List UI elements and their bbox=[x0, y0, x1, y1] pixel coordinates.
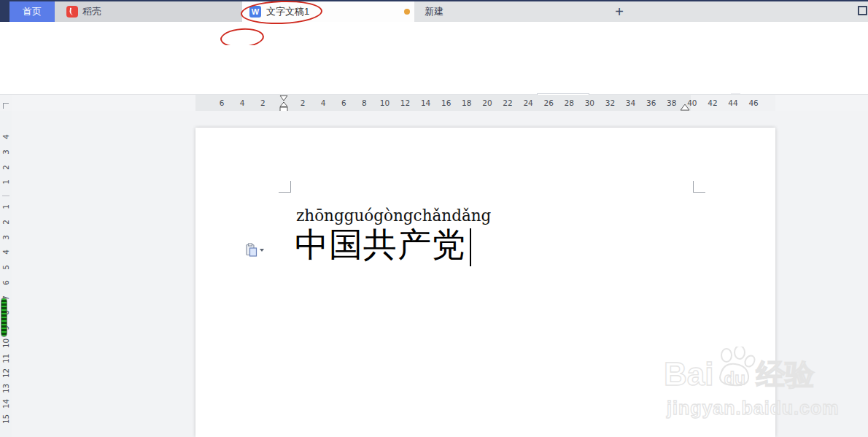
ruler-tick-label: 46 bbox=[743, 95, 764, 111]
ruler-tick-label: 24 bbox=[518, 95, 538, 111]
ruler-left-numbers: 642 bbox=[212, 95, 273, 111]
ruler-tick-label: 34 bbox=[621, 95, 641, 111]
ruler-tick-label: 12 bbox=[395, 95, 415, 111]
ribbon-toolbar: 粘贴 剪切 复制 格式刷 bbox=[0, 45, 868, 95]
margin-corner-mark-right bbox=[693, 181, 705, 193]
ruler-tick-label: 14 bbox=[416, 95, 436, 111]
tab-docer-label: 稻壳 bbox=[82, 5, 101, 18]
ruler-tick-label: 20 bbox=[477, 95, 497, 111]
horizontal-ruler[interactable]: 642 246810121416182022242628303234363840… bbox=[12, 95, 868, 111]
ruler-tick-label: 36 bbox=[641, 95, 662, 111]
window-top-edge bbox=[0, 0, 868, 1]
ruler-tick-label: 32 bbox=[600, 95, 620, 111]
document-text[interactable]: 中国共产党 bbox=[295, 223, 466, 268]
watermark-brand-right: du bbox=[724, 368, 745, 389]
ruler-main-numbers: 2468101214161820222426283032343638404244… bbox=[292, 95, 764, 111]
ruler-tick-label: 4 bbox=[232, 95, 252, 111]
ruler-tick-label: 8 bbox=[354, 95, 374, 111]
ruler-tick-label: 10 bbox=[374, 95, 395, 111]
document-page[interactable]: zhōngguógòngchǎndǎng 中国共产党 Bai du 经验 jin… bbox=[195, 128, 775, 437]
ruler-tick-label: 4 bbox=[313, 95, 333, 111]
right-indent-marker[interactable] bbox=[679, 104, 691, 111]
ruler-tick-label: 6 bbox=[333, 95, 354, 111]
watermark-brand-cn: 经验 bbox=[756, 358, 814, 390]
ruler-tick-label: 30 bbox=[579, 95, 600, 111]
ruler-tick-label: 26 bbox=[538, 95, 559, 111]
text-cursor bbox=[470, 228, 471, 266]
ruler-tick-label: 16 bbox=[436, 95, 457, 111]
ruler-tick-label: 6 bbox=[212, 95, 232, 111]
tab-new-label: 新建 bbox=[425, 5, 443, 18]
menu-bar: 文件 bbox=[0, 22, 868, 45]
watermark: Bai du 经验 jingyan.baidu.com bbox=[664, 347, 853, 419]
margin-corner-mark-left bbox=[279, 181, 291, 193]
ruler-tick-label: 18 bbox=[457, 95, 477, 111]
paw-icon: du bbox=[712, 347, 757, 390]
paste-options-icon bbox=[245, 243, 257, 257]
unsaved-dot bbox=[404, 9, 410, 15]
tab-home[interactable]: 首页 bbox=[9, 1, 55, 22]
ruler-tick-label: 42 bbox=[702, 95, 723, 111]
ruler-tick-label: 2 bbox=[292, 95, 313, 111]
window-control-icon[interactable] bbox=[858, 6, 867, 15]
scroll-position-indicator[interactable] bbox=[1, 298, 7, 337]
paste-options-dropdown-icon[interactable] bbox=[260, 249, 264, 252]
ruler-tick-label: 22 bbox=[497, 95, 518, 111]
tab-new-document[interactable]: 新建 bbox=[414, 1, 868, 22]
new-tab-button[interactable]: + bbox=[610, 3, 629, 20]
ruler-tick-label: 28 bbox=[559, 95, 579, 111]
vruler-margin-numbers: 4321 bbox=[0, 129, 12, 190]
ruler-tick-label: 2 bbox=[252, 95, 273, 111]
watermark-url: jingyan.baidu.com bbox=[667, 398, 853, 419]
ruler-corner-mark bbox=[3, 103, 9, 109]
tab-docer[interactable]: 稻壳 bbox=[55, 1, 242, 22]
window-tab-bar: 首页 稻壳 W 文字文稿1 新建 + bbox=[0, 0, 868, 22]
docer-logo-icon bbox=[66, 6, 78, 18]
window-edge bbox=[0, 0, 9, 22]
paste-options-button[interactable] bbox=[245, 243, 264, 257]
document-canvas: zhōngguógòngchǎndǎng 中国共产党 Bai du 经验 jin… bbox=[12, 111, 868, 437]
vertical-ruler[interactable]: 4321 123456789101112131415 bbox=[0, 111, 12, 437]
vruler-margin-line bbox=[2, 196, 9, 196]
watermark-brand-left: Bai bbox=[664, 358, 713, 390]
ruler-tick-label: 44 bbox=[723, 95, 743, 111]
